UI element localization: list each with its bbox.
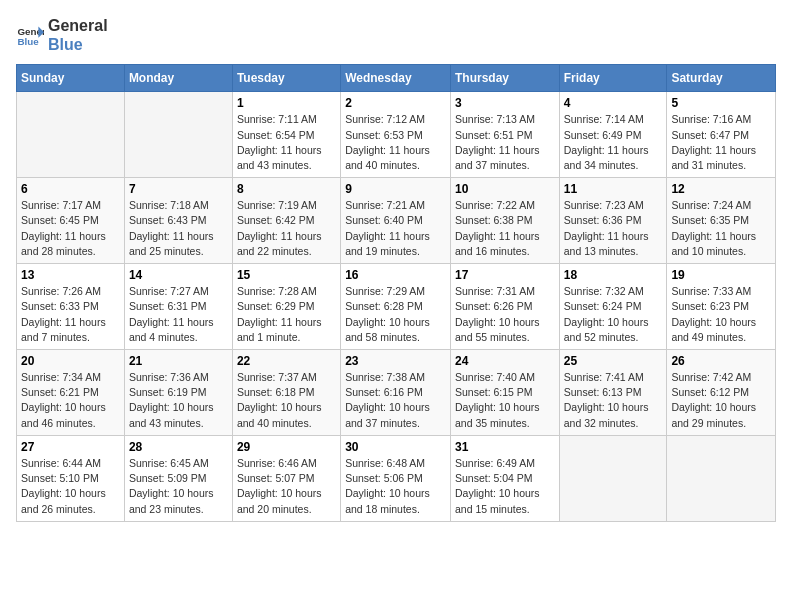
calendar-cell: 30Sunrise: 6:48 AMSunset: 5:06 PMDayligh… (341, 435, 451, 521)
day-number: 7 (129, 182, 228, 196)
svg-text:Blue: Blue (17, 36, 39, 47)
header-wednesday: Wednesday (341, 65, 451, 92)
day-info: Sunrise: 7:22 AMSunset: 6:38 PMDaylight:… (455, 198, 555, 259)
calendar-cell: 20Sunrise: 7:34 AMSunset: 6:21 PMDayligh… (17, 350, 125, 436)
day-info: Sunrise: 7:24 AMSunset: 6:35 PMDaylight:… (671, 198, 771, 259)
header-monday: Monday (124, 65, 232, 92)
day-number: 29 (237, 440, 336, 454)
day-number: 5 (671, 96, 771, 110)
calendar-cell: 17Sunrise: 7:31 AMSunset: 6:26 PMDayligh… (450, 264, 559, 350)
calendar-cell: 22Sunrise: 7:37 AMSunset: 6:18 PMDayligh… (232, 350, 340, 436)
calendar-cell: 23Sunrise: 7:38 AMSunset: 6:16 PMDayligh… (341, 350, 451, 436)
day-info: Sunrise: 7:14 AMSunset: 6:49 PMDaylight:… (564, 112, 663, 173)
day-number: 2 (345, 96, 446, 110)
header-tuesday: Tuesday (232, 65, 340, 92)
day-info: Sunrise: 7:18 AMSunset: 6:43 PMDaylight:… (129, 198, 228, 259)
day-number: 24 (455, 354, 555, 368)
day-info: Sunrise: 7:38 AMSunset: 6:16 PMDaylight:… (345, 370, 446, 431)
day-info: Sunrise: 7:36 AMSunset: 6:19 PMDaylight:… (129, 370, 228, 431)
calendar-cell: 9Sunrise: 7:21 AMSunset: 6:40 PMDaylight… (341, 178, 451, 264)
calendar-cell: 12Sunrise: 7:24 AMSunset: 6:35 PMDayligh… (667, 178, 776, 264)
calendar-cell: 18Sunrise: 7:32 AMSunset: 6:24 PMDayligh… (559, 264, 667, 350)
day-info: Sunrise: 6:45 AMSunset: 5:09 PMDaylight:… (129, 456, 228, 517)
calendar-cell: 19Sunrise: 7:33 AMSunset: 6:23 PMDayligh… (667, 264, 776, 350)
day-number: 23 (345, 354, 446, 368)
day-info: Sunrise: 7:37 AMSunset: 6:18 PMDaylight:… (237, 370, 336, 431)
calendar-cell: 2Sunrise: 7:12 AMSunset: 6:53 PMDaylight… (341, 92, 451, 178)
day-number: 13 (21, 268, 120, 282)
week-row-5: 27Sunrise: 6:44 AMSunset: 5:10 PMDayligh… (17, 435, 776, 521)
calendar-cell: 7Sunrise: 7:18 AMSunset: 6:43 PMDaylight… (124, 178, 232, 264)
logo-text-blue: Blue (48, 35, 108, 54)
day-number: 26 (671, 354, 771, 368)
header-friday: Friday (559, 65, 667, 92)
day-info: Sunrise: 7:34 AMSunset: 6:21 PMDaylight:… (21, 370, 120, 431)
calendar-cell: 5Sunrise: 7:16 AMSunset: 6:47 PMDaylight… (667, 92, 776, 178)
day-number: 17 (455, 268, 555, 282)
day-info: Sunrise: 7:29 AMSunset: 6:28 PMDaylight:… (345, 284, 446, 345)
day-info: Sunrise: 7:40 AMSunset: 6:15 PMDaylight:… (455, 370, 555, 431)
header-sunday: Sunday (17, 65, 125, 92)
calendar-cell: 27Sunrise: 6:44 AMSunset: 5:10 PMDayligh… (17, 435, 125, 521)
day-info: Sunrise: 7:12 AMSunset: 6:53 PMDaylight:… (345, 112, 446, 173)
calendar-cell: 10Sunrise: 7:22 AMSunset: 6:38 PMDayligh… (450, 178, 559, 264)
calendar-cell: 1Sunrise: 7:11 AMSunset: 6:54 PMDaylight… (232, 92, 340, 178)
day-info: Sunrise: 7:17 AMSunset: 6:45 PMDaylight:… (21, 198, 120, 259)
day-number: 8 (237, 182, 336, 196)
calendar-cell: 8Sunrise: 7:19 AMSunset: 6:42 PMDaylight… (232, 178, 340, 264)
day-number: 22 (237, 354, 336, 368)
day-number: 11 (564, 182, 663, 196)
day-info: Sunrise: 7:42 AMSunset: 6:12 PMDaylight:… (671, 370, 771, 431)
day-number: 28 (129, 440, 228, 454)
day-number: 15 (237, 268, 336, 282)
day-number: 16 (345, 268, 446, 282)
day-info: Sunrise: 7:11 AMSunset: 6:54 PMDaylight:… (237, 112, 336, 173)
calendar-table: SundayMondayTuesdayWednesdayThursdayFrid… (16, 64, 776, 521)
calendar-cell (124, 92, 232, 178)
day-number: 6 (21, 182, 120, 196)
day-info: Sunrise: 7:31 AMSunset: 6:26 PMDaylight:… (455, 284, 555, 345)
day-info: Sunrise: 7:32 AMSunset: 6:24 PMDaylight:… (564, 284, 663, 345)
day-number: 10 (455, 182, 555, 196)
day-number: 19 (671, 268, 771, 282)
calendar-cell: 16Sunrise: 7:29 AMSunset: 6:28 PMDayligh… (341, 264, 451, 350)
week-row-3: 13Sunrise: 7:26 AMSunset: 6:33 PMDayligh… (17, 264, 776, 350)
day-info: Sunrise: 7:28 AMSunset: 6:29 PMDaylight:… (237, 284, 336, 345)
calendar-cell: 21Sunrise: 7:36 AMSunset: 6:19 PMDayligh… (124, 350, 232, 436)
day-number: 12 (671, 182, 771, 196)
logo: General Blue General Blue (16, 16, 108, 54)
day-info: Sunrise: 7:13 AMSunset: 6:51 PMDaylight:… (455, 112, 555, 173)
day-info: Sunrise: 7:23 AMSunset: 6:36 PMDaylight:… (564, 198, 663, 259)
day-number: 9 (345, 182, 446, 196)
day-info: Sunrise: 7:33 AMSunset: 6:23 PMDaylight:… (671, 284, 771, 345)
day-number: 3 (455, 96, 555, 110)
calendar-header-row: SundayMondayTuesdayWednesdayThursdayFrid… (17, 65, 776, 92)
calendar-cell: 3Sunrise: 7:13 AMSunset: 6:51 PMDaylight… (450, 92, 559, 178)
day-info: Sunrise: 6:44 AMSunset: 5:10 PMDaylight:… (21, 456, 120, 517)
calendar-cell: 6Sunrise: 7:17 AMSunset: 6:45 PMDaylight… (17, 178, 125, 264)
day-number: 25 (564, 354, 663, 368)
day-number: 27 (21, 440, 120, 454)
page-header: General Blue General Blue (16, 16, 776, 54)
week-row-4: 20Sunrise: 7:34 AMSunset: 6:21 PMDayligh… (17, 350, 776, 436)
day-number: 14 (129, 268, 228, 282)
day-number: 20 (21, 354, 120, 368)
day-info: Sunrise: 6:48 AMSunset: 5:06 PMDaylight:… (345, 456, 446, 517)
day-info: Sunrise: 6:46 AMSunset: 5:07 PMDaylight:… (237, 456, 336, 517)
calendar-cell: 4Sunrise: 7:14 AMSunset: 6:49 PMDaylight… (559, 92, 667, 178)
calendar-cell: 13Sunrise: 7:26 AMSunset: 6:33 PMDayligh… (17, 264, 125, 350)
header-saturday: Saturday (667, 65, 776, 92)
calendar-cell (559, 435, 667, 521)
calendar-cell: 11Sunrise: 7:23 AMSunset: 6:36 PMDayligh… (559, 178, 667, 264)
calendar-cell: 29Sunrise: 6:46 AMSunset: 5:07 PMDayligh… (232, 435, 340, 521)
logo-icon: General Blue (16, 21, 44, 49)
calendar-cell (17, 92, 125, 178)
week-row-1: 1Sunrise: 7:11 AMSunset: 6:54 PMDaylight… (17, 92, 776, 178)
header-thursday: Thursday (450, 65, 559, 92)
week-row-2: 6Sunrise: 7:17 AMSunset: 6:45 PMDaylight… (17, 178, 776, 264)
calendar-cell (667, 435, 776, 521)
calendar-cell: 28Sunrise: 6:45 AMSunset: 5:09 PMDayligh… (124, 435, 232, 521)
logo-text-general: General (48, 16, 108, 35)
day-number: 30 (345, 440, 446, 454)
day-info: Sunrise: 7:19 AMSunset: 6:42 PMDaylight:… (237, 198, 336, 259)
